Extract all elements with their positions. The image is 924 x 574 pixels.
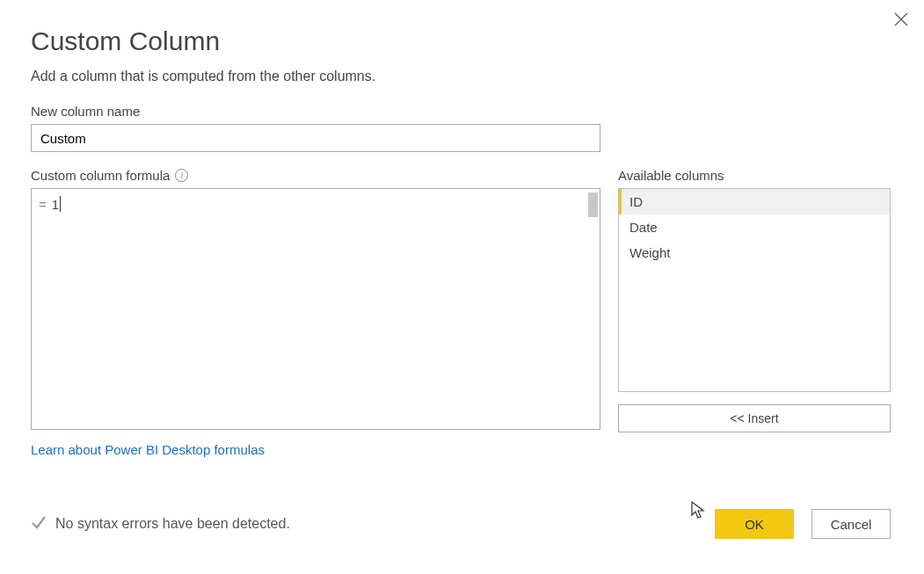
cancel-button[interactable]: Cancel	[811, 509, 891, 539]
close-button[interactable]	[894, 12, 908, 30]
formula-text: 1	[52, 197, 59, 212]
formula-label: Custom column formula	[31, 168, 170, 183]
close-icon	[894, 14, 908, 29]
dialog-subtitle: Add a column that is computed from the o…	[31, 69, 893, 84]
name-label: New column name	[31, 104, 893, 119]
column-name-input[interactable]	[31, 124, 600, 152]
available-column-item[interactable]: Weight	[619, 240, 890, 265]
dialog-title: Custom Column	[31, 26, 893, 56]
available-column-item[interactable]: Date	[619, 214, 890, 240]
ok-button[interactable]: OK	[715, 509, 794, 539]
available-columns-label: Available columns	[618, 168, 891, 183]
available-column-item[interactable]: ID	[619, 189, 890, 214]
check-icon	[31, 514, 47, 534]
status-row: No syntax errors have been detected.	[31, 514, 290, 534]
custom-column-dialog: Custom Column Add a column that is compu…	[0, 0, 924, 565]
formula-editor[interactable]: = 1	[31, 188, 600, 430]
status-text: No syntax errors have been detected.	[55, 516, 290, 532]
insert-button[interactable]: << Insert	[618, 404, 891, 432]
info-icon[interactable]: i	[175, 169, 188, 182]
scrollbar-thumb[interactable]	[588, 193, 598, 217]
learn-formulas-link[interactable]: Learn about Power BI Desktop formulas	[31, 442, 265, 457]
text-caret	[60, 196, 61, 212]
available-columns-list[interactable]: ID Date Weight	[618, 188, 891, 392]
formula-equals: =	[39, 197, 47, 212]
